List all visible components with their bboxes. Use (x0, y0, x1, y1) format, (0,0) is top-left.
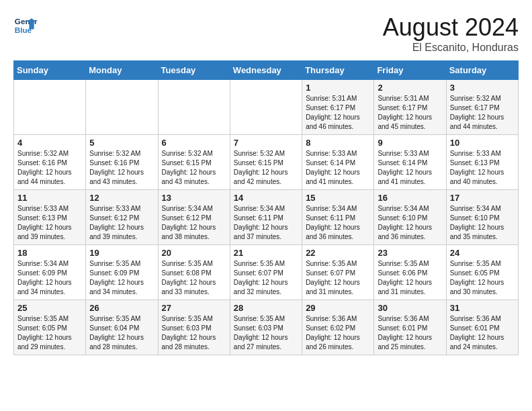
logo: General Blue (13, 13, 38, 38)
day-number: 16 (378, 193, 442, 203)
day-number: 17 (450, 193, 515, 203)
day-info: Sunrise: 5:33 AM Sunset: 6:14 PM Dayligh… (306, 149, 370, 187)
calendar-cell: 30Sunrise: 5:36 AM Sunset: 6:01 PM Dayli… (374, 300, 446, 355)
calendar-cell (86, 80, 158, 135)
calendar-cell: 22Sunrise: 5:35 AM Sunset: 6:07 PM Dayli… (302, 245, 374, 300)
weekday-header-thursday: Thursday (302, 61, 374, 80)
day-number: 31 (450, 303, 515, 313)
calendar-cell: 26Sunrise: 5:35 AM Sunset: 6:04 PM Dayli… (86, 300, 158, 355)
calendar-header-row: SundayMondayTuesdayWednesdayThursdayFrid… (14, 61, 519, 80)
day-number: 15 (306, 193, 370, 203)
day-info: Sunrise: 5:32 AM Sunset: 6:16 PM Dayligh… (17, 149, 82, 187)
calendar-cell (158, 80, 230, 135)
day-info: Sunrise: 5:34 AM Sunset: 6:11 PM Dayligh… (234, 204, 298, 242)
calendar-cell: 23Sunrise: 5:35 AM Sunset: 6:06 PM Dayli… (374, 245, 446, 300)
day-info: Sunrise: 5:36 AM Sunset: 6:01 PM Dayligh… (450, 314, 515, 352)
calendar-cell: 15Sunrise: 5:34 AM Sunset: 6:11 PM Dayli… (302, 190, 374, 245)
day-info: Sunrise: 5:32 AM Sunset: 6:15 PM Dayligh… (162, 149, 226, 187)
calendar-cell: 10Sunrise: 5:33 AM Sunset: 6:13 PM Dayli… (446, 135, 518, 190)
calendar-cell: 21Sunrise: 5:35 AM Sunset: 6:07 PM Dayli… (230, 245, 302, 300)
day-info: Sunrise: 5:34 AM Sunset: 6:11 PM Dayligh… (306, 204, 370, 242)
calendar-table: SundayMondayTuesdayWednesdayThursdayFrid… (13, 60, 519, 355)
day-info: Sunrise: 5:33 AM Sunset: 6:13 PM Dayligh… (17, 204, 82, 242)
day-number: 7 (234, 138, 298, 148)
day-number: 9 (378, 138, 442, 148)
day-info: Sunrise: 5:33 AM Sunset: 6:12 PM Dayligh… (89, 204, 154, 242)
calendar-cell: 2Sunrise: 5:31 AM Sunset: 6:17 PM Daylig… (374, 80, 446, 135)
calendar-cell: 25Sunrise: 5:35 AM Sunset: 6:05 PM Dayli… (14, 300, 86, 355)
day-info: Sunrise: 5:32 AM Sunset: 6:15 PM Dayligh… (234, 149, 298, 187)
day-number: 29 (306, 303, 370, 313)
day-info: Sunrise: 5:35 AM Sunset: 6:03 PM Dayligh… (234, 314, 298, 352)
calendar-cell: 7Sunrise: 5:32 AM Sunset: 6:15 PM Daylig… (230, 135, 302, 190)
calendar-cell: 24Sunrise: 5:35 AM Sunset: 6:05 PM Dayli… (446, 245, 518, 300)
calendar-cell: 1Sunrise: 5:31 AM Sunset: 6:17 PM Daylig… (302, 80, 374, 135)
calendar-cell: 8Sunrise: 5:33 AM Sunset: 6:14 PM Daylig… (302, 135, 374, 190)
day-number: 11 (17, 193, 82, 203)
day-info: Sunrise: 5:35 AM Sunset: 6:05 PM Dayligh… (17, 314, 82, 352)
calendar-cell: 17Sunrise: 5:34 AM Sunset: 6:10 PM Dayli… (446, 190, 518, 245)
day-number: 20 (162, 248, 226, 258)
day-number: 25 (17, 303, 82, 313)
day-info: Sunrise: 5:35 AM Sunset: 6:08 PM Dayligh… (162, 259, 226, 297)
day-info: Sunrise: 5:31 AM Sunset: 6:17 PM Dayligh… (306, 94, 370, 132)
calendar-cell (230, 80, 302, 135)
day-info: Sunrise: 5:35 AM Sunset: 6:03 PM Dayligh… (162, 314, 226, 352)
logo-icon: General Blue (13, 13, 38, 38)
calendar-cell: 12Sunrise: 5:33 AM Sunset: 6:12 PM Dayli… (86, 190, 158, 245)
day-info: Sunrise: 5:35 AM Sunset: 6:07 PM Dayligh… (306, 259, 370, 297)
calendar-cell: 13Sunrise: 5:34 AM Sunset: 6:12 PM Dayli… (158, 190, 230, 245)
day-number: 22 (306, 248, 370, 258)
title-area: August 2024 El Escanito, Honduras (383, 13, 519, 54)
day-number: 6 (162, 138, 226, 148)
day-info: Sunrise: 5:31 AM Sunset: 6:17 PM Dayligh… (378, 94, 442, 132)
location-subtitle: El Escanito, Honduras (383, 42, 519, 54)
day-number: 14 (234, 193, 298, 203)
calendar-week-1: 1Sunrise: 5:31 AM Sunset: 6:17 PM Daylig… (14, 80, 519, 135)
calendar-cell: 4Sunrise: 5:32 AM Sunset: 6:16 PM Daylig… (14, 135, 86, 190)
calendar-cell: 3Sunrise: 5:32 AM Sunset: 6:17 PM Daylig… (446, 80, 518, 135)
weekday-header-tuesday: Tuesday (158, 61, 230, 80)
day-number: 4 (17, 138, 82, 148)
day-info: Sunrise: 5:34 AM Sunset: 6:12 PM Dayligh… (162, 204, 226, 242)
weekday-header-sunday: Sunday (14, 61, 86, 80)
calendar-cell: 18Sunrise: 5:34 AM Sunset: 6:09 PM Dayli… (14, 245, 86, 300)
day-info: Sunrise: 5:34 AM Sunset: 6:10 PM Dayligh… (450, 204, 515, 242)
day-info: Sunrise: 5:35 AM Sunset: 6:05 PM Dayligh… (450, 259, 515, 297)
calendar-cell: 27Sunrise: 5:35 AM Sunset: 6:03 PM Dayli… (158, 300, 230, 355)
day-number: 23 (378, 248, 442, 258)
day-number: 3 (450, 83, 515, 93)
calendar-cell: 16Sunrise: 5:34 AM Sunset: 6:10 PM Dayli… (374, 190, 446, 245)
day-info: Sunrise: 5:33 AM Sunset: 6:14 PM Dayligh… (378, 149, 442, 187)
day-info: Sunrise: 5:36 AM Sunset: 6:02 PM Dayligh… (306, 314, 370, 352)
weekday-header-saturday: Saturday (446, 61, 518, 80)
weekday-header-monday: Monday (86, 61, 158, 80)
day-info: Sunrise: 5:32 AM Sunset: 6:17 PM Dayligh… (450, 94, 515, 132)
calendar-cell: 14Sunrise: 5:34 AM Sunset: 6:11 PM Dayli… (230, 190, 302, 245)
day-number: 24 (450, 248, 515, 258)
day-number: 18 (17, 248, 82, 258)
calendar-cell: 31Sunrise: 5:36 AM Sunset: 6:01 PM Dayli… (446, 300, 518, 355)
day-info: Sunrise: 5:33 AM Sunset: 6:13 PM Dayligh… (450, 149, 515, 187)
day-number: 21 (234, 248, 298, 258)
day-number: 27 (162, 303, 226, 313)
day-info: Sunrise: 5:35 AM Sunset: 6:07 PM Dayligh… (234, 259, 298, 297)
calendar-week-4: 18Sunrise: 5:34 AM Sunset: 6:09 PM Dayli… (14, 245, 519, 300)
day-number: 8 (306, 138, 370, 148)
calendar-cell: 29Sunrise: 5:36 AM Sunset: 6:02 PM Dayli… (302, 300, 374, 355)
calendar-week-3: 11Sunrise: 5:33 AM Sunset: 6:13 PM Dayli… (14, 190, 519, 245)
calendar-cell: 5Sunrise: 5:32 AM Sunset: 6:16 PM Daylig… (86, 135, 158, 190)
calendar-cell: 9Sunrise: 5:33 AM Sunset: 6:14 PM Daylig… (374, 135, 446, 190)
day-info: Sunrise: 5:34 AM Sunset: 6:09 PM Dayligh… (17, 259, 82, 297)
day-number: 28 (234, 303, 298, 313)
calendar-week-2: 4Sunrise: 5:32 AM Sunset: 6:16 PM Daylig… (14, 135, 519, 190)
page-header: General Blue August 2024 El Escanito, Ho… (13, 13, 519, 54)
day-number: 1 (306, 83, 370, 93)
day-number: 13 (162, 193, 226, 203)
day-info: Sunrise: 5:34 AM Sunset: 6:10 PM Dayligh… (378, 204, 442, 242)
day-number: 19 (89, 248, 154, 258)
day-number: 26 (89, 303, 154, 313)
day-number: 30 (378, 303, 442, 313)
day-info: Sunrise: 5:36 AM Sunset: 6:01 PM Dayligh… (378, 314, 442, 352)
calendar-week-5: 25Sunrise: 5:35 AM Sunset: 6:05 PM Dayli… (14, 300, 519, 355)
